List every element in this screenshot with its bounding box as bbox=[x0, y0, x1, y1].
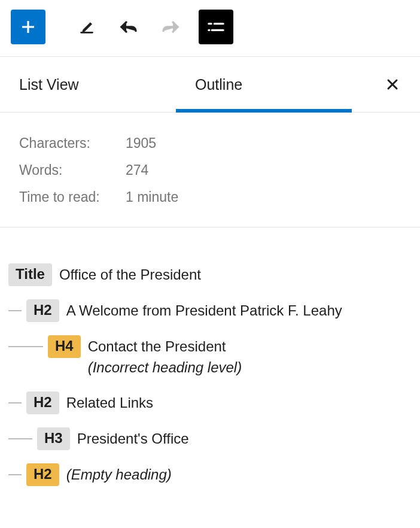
stat-value: 1905 bbox=[126, 135, 156, 151]
add-block-button[interactable] bbox=[11, 10, 45, 44]
heading-badge: H3 bbox=[37, 427, 70, 450]
undo-icon bbox=[119, 17, 138, 37]
tree-line-icon bbox=[8, 438, 32, 439]
stat-words: Words: 274 bbox=[19, 162, 401, 178]
outline-text: Office of the President bbox=[59, 263, 201, 286]
tab-outline[interactable]: Outline bbox=[176, 57, 352, 112]
document-overview-button[interactable] bbox=[199, 10, 233, 44]
stat-value: 1 minute bbox=[126, 189, 178, 205]
outline-item-h4-warning[interactable]: H4 Contact the President (Incorrect head… bbox=[8, 335, 412, 378]
plus-icon bbox=[19, 18, 37, 36]
pencil-icon bbox=[78, 19, 95, 35]
tree-line-icon bbox=[8, 474, 22, 475]
tree-line-icon bbox=[8, 310, 22, 311]
stat-characters: Characters: 1905 bbox=[19, 135, 401, 151]
outline-item-h2-empty-warning[interactable]: H2 (Empty heading) bbox=[8, 463, 412, 486]
panel-tabs: List View Outline bbox=[0, 56, 420, 113]
outline-item-h3[interactable]: H3 President's Office bbox=[8, 427, 412, 450]
redo-button bbox=[153, 10, 188, 44]
document-stats: Characters: 1905 Words: 274 Time to read… bbox=[0, 113, 420, 227]
stat-label: Words: bbox=[19, 162, 126, 178]
outline-text: A Welcome from President Patrick F. Leah… bbox=[66, 299, 342, 321]
outline-text: Contact the President (Incorrect heading… bbox=[88, 335, 242, 378]
editor-toolbar bbox=[0, 0, 420, 56]
outline-item-title[interactable]: Title Office of the President bbox=[8, 263, 412, 286]
stat-time-to-read: Time to read: 1 minute bbox=[19, 189, 401, 205]
stat-label: Characters: bbox=[19, 135, 126, 151]
document-outline: Title Office of the President H2 A Welco… bbox=[0, 227, 420, 511]
outline-text: President's Office bbox=[77, 427, 189, 450]
stat-value: 274 bbox=[126, 162, 148, 178]
outline-warning-note: (Incorrect heading level) bbox=[88, 359, 242, 375]
outline-item-h2[interactable]: H2 A Welcome from President Patrick F. L… bbox=[8, 299, 412, 322]
edit-mode-button[interactable] bbox=[69, 10, 104, 44]
outline-text: Related Links bbox=[66, 392, 153, 414]
tree-line-icon bbox=[8, 346, 43, 347]
heading-badge: Title bbox=[8, 263, 52, 286]
outline-warning-note: (Empty heading) bbox=[66, 463, 172, 485]
outline-item-h2[interactable]: H2 Related Links bbox=[8, 392, 412, 414]
outline-icon bbox=[206, 17, 226, 37]
outline-heading-title: Contact the President bbox=[88, 338, 226, 354]
close-icon bbox=[385, 77, 400, 92]
redo-icon bbox=[161, 17, 180, 37]
heading-badge: H2 bbox=[26, 299, 59, 322]
undo-button[interactable] bbox=[111, 10, 146, 44]
stat-label: Time to read: bbox=[19, 189, 126, 205]
heading-badge: H2 bbox=[26, 392, 59, 414]
close-panel-button[interactable] bbox=[382, 74, 403, 95]
tree-line-icon bbox=[8, 402, 22, 403]
heading-badge: H4 bbox=[48, 335, 81, 358]
heading-badge: H2 bbox=[26, 463, 59, 486]
tab-list-view[interactable]: List View bbox=[0, 57, 176, 112]
